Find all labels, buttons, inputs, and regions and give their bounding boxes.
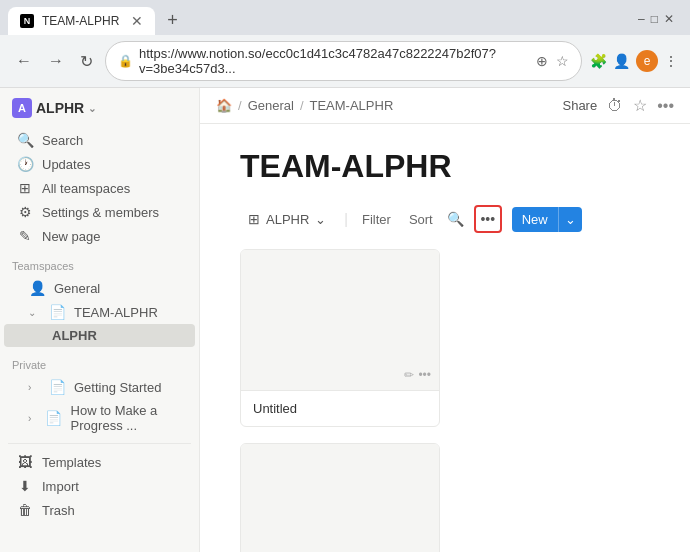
page-content: TEAM-ALPHR ⊞ ALPHR ⌄ | Filter Sort 🔍 •••… [200,124,690,552]
sidebar-item-trash[interactable]: 🗑 Trash [4,498,195,522]
tab-close-button[interactable]: ✕ [131,13,143,29]
sort-button[interactable]: Sort [405,210,437,229]
active-tab: N TEAM-ALPHR ✕ [8,7,155,35]
card-preview-untitled: ✏ ••• [241,250,439,390]
card-preview-editing [241,444,439,552]
sidebar-general-label: General [54,281,100,296]
app-container: A ALPHR ⌄ 🔍 Search 🕐 Updates ⊞ All teams… [0,88,690,552]
workspace-avatar: A [12,98,32,118]
sidebar-item-import[interactable]: ⬇ Import [4,474,195,498]
teamspaces-section-label: Teamspaces [0,248,199,276]
breadcrumb-home-icon[interactable]: 🏠 [216,98,232,113]
gallery-grid: ✏ ••• Untitled Editing Your Gallery View… [240,249,650,552]
gallery-card-editing[interactable]: Editing Your Gallery View Properties ? [240,443,440,552]
sidebar-item-all-teamspaces[interactable]: ⊞ All teamspaces [4,176,195,200]
private-section-label: Private [0,347,199,375]
sidebar-item-updates[interactable]: 🕐 Updates [4,152,195,176]
share-button[interactable]: Share [562,98,597,113]
menu-icon[interactable]: ⋮ [664,53,678,69]
trash-icon: 🗑 [16,502,34,518]
browser-actions: 🧩 👤 e ⋮ [590,50,678,72]
breadcrumb-sep2: / [300,98,304,113]
search-button[interactable]: 🔍 [447,211,464,227]
profile-icon[interactable]: 👤 [613,53,630,69]
sidebar-item-search[interactable]: 🔍 Search [4,128,195,152]
history-icon[interactable]: ⏱ [607,97,623,115]
url-actions: ⊕ ☆ [536,53,569,69]
breadcrumb-general[interactable]: General [248,98,294,113]
card-title-untitled: Untitled [241,390,439,426]
sidebar-trash-label: Trash [42,503,75,518]
sidebar-team-alphr-label: TEAM-ALPHR [74,305,158,320]
url-text: https://www.notion.so/ecc0c1d41c3c4782a4… [139,46,530,76]
settings-icon: ⚙ [16,204,34,220]
view-selector[interactable]: ⊞ ALPHR ⌄ [240,207,334,231]
sidebar-import-label: Import [42,479,79,494]
lock-icon: 🔒 [118,54,133,68]
breadcrumb-sep1: / [238,98,242,113]
team-alphr-icon: 📄 [48,304,66,320]
import-icon: ⬇ [16,478,34,494]
sidebar: A ALPHR ⌄ 🔍 Search 🕐 Updates ⊞ All teams… [0,88,200,552]
back-button[interactable]: ← [12,50,36,72]
sidebar-item-general[interactable]: 👤 General [4,276,195,300]
how-to-icon: 📄 [45,410,63,426]
breadcrumb: 🏠 / General / TEAM-ALPHR [216,98,393,113]
window-maximize[interactable]: □ [651,12,658,26]
tab-bar: N TEAM-ALPHR ✕ + – □ ✕ [0,0,690,35]
cast-icon[interactable]: ⊕ [536,53,548,69]
sidebar-settings-label: Settings & members [42,205,159,220]
sidebar-item-templates[interactable]: 🖼 Templates [4,450,195,474]
refresh-button[interactable]: ↻ [76,50,97,73]
more-dots-icon: ••• [480,211,495,227]
workspace-chevron: ⌄ [88,103,96,114]
window-close[interactable]: ✕ [664,12,674,26]
sidebar-item-new-page[interactable]: ✎ New page [4,224,195,248]
workspace-name[interactable]: A ALPHR ⌄ [12,98,96,118]
view-name: ALPHR [266,212,309,227]
sidebar-item-how-to[interactable]: › 📄 How to Make a Progress ... [4,399,195,437]
gallery-card-untitled[interactable]: ✏ ••• Untitled [240,249,440,427]
sidebar-header: A ALPHR ⌄ [0,88,199,128]
page-title: TEAM-ALPHR [240,148,650,185]
more-button[interactable]: ••• [474,205,502,233]
view-chevron: ⌄ [315,212,326,227]
new-tab-button[interactable]: + [159,6,186,35]
sidebar-item-settings[interactable]: ⚙ Settings & members [4,200,195,224]
url-bar[interactable]: 🔒 https://www.notion.so/ecc0c1d41c3c4782… [105,41,582,81]
expand-icon2: › [28,413,37,424]
card-icons: ✏ ••• [404,368,431,382]
new-button-chevron[interactable]: ⌄ [558,207,582,232]
card-more-icon: ••• [418,368,431,382]
new-button[interactable]: New ⌄ [512,207,582,232]
chevron-icon: ⌄ [28,307,40,318]
gallery-icon: ⊞ [248,211,260,227]
templates-icon: 🖼 [16,454,34,470]
sidebar-item-alphr[interactable]: ALPHR [4,324,195,347]
puzzle-icon[interactable]: 🧩 [590,53,607,69]
sidebar-updates-label: Updates [42,157,90,172]
gallery-toolbar: ⊞ ALPHR ⌄ | Filter Sort 🔍 ••• New ⌄ [240,205,650,233]
sidebar-alphr-label: ALPHR [52,328,97,343]
filter-button[interactable]: Filter [358,210,395,229]
sidebar-item-getting-started[interactable]: › 📄 Getting Started [4,375,195,399]
teamspaces-icon: ⊞ [16,180,34,196]
window-minimize[interactable]: – [638,12,645,26]
general-icon: 👤 [28,280,46,296]
bookmark-icon[interactable]: ☆ [556,53,569,69]
new-page-icon: ✎ [16,228,34,244]
forward-button[interactable]: → [44,50,68,72]
more-options-icon[interactable]: ••• [657,97,674,115]
sidebar-how-to-label: How to Make a Progress ... [71,403,183,433]
user-avatar[interactable]: e [636,50,658,72]
new-button-label: New [512,207,558,232]
address-bar: ← → ↻ 🔒 https://www.notion.so/ecc0c1d41c… [0,35,690,87]
sidebar-item-team-alphr[interactable]: ⌄ 📄 TEAM-ALPHR [4,300,195,324]
sidebar-new-page-label: New page [42,229,101,244]
breadcrumb-current[interactable]: TEAM-ALPHR [310,98,394,113]
updates-icon: 🕐 [16,156,34,172]
favorite-icon[interactable]: ☆ [633,96,647,115]
toolbar-divider: | [344,211,348,227]
expand-icon: › [28,382,40,393]
top-bar: 🏠 / General / TEAM-ALPHR Share ⏱ ☆ ••• [200,88,690,124]
